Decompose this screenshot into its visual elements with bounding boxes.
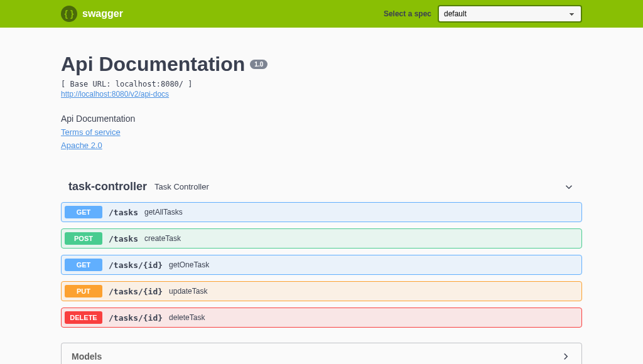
operation-delete-task[interactable]: DELETE /tasks/{id} deleteTask	[61, 308, 582, 328]
operation-put-task[interactable]: PUT /tasks/{id} updateTask	[61, 281, 582, 301]
method-badge: POST	[65, 232, 102, 245]
tag-section: task-controller Task Controller GET /tas…	[61, 175, 582, 328]
tag-header[interactable]: task-controller Task Controller	[61, 175, 582, 198]
license-link[interactable]: Apache 2.0	[61, 141, 102, 150]
operation-summary: getAllTasks	[144, 208, 183, 217]
tag-name: task-controller	[68, 180, 147, 193]
spec-select[interactable]: default	[438, 5, 582, 23]
operation-get-task-by-id[interactable]: GET /tasks/{id} getOneTask	[61, 255, 582, 275]
swagger-logo[interactable]: { } swagger	[61, 6, 123, 22]
terms-of-service-link[interactable]: Terms of service	[61, 127, 121, 137]
method-badge: DELETE	[65, 311, 102, 324]
models-header[interactable]: Models	[62, 343, 581, 364]
version-badge: 1.0	[250, 60, 267, 69]
spec-selector: Select a spec default	[384, 5, 582, 23]
operation-summary: deleteTask	[169, 313, 205, 322]
topbar: { } swagger Select a spec default	[0, 0, 643, 28]
models-section: Models	[61, 343, 582, 364]
operation-path: /tasks	[109, 208, 138, 217]
operations-list: GET /tasks getAllTasks POST /tasks creat…	[61, 202, 582, 328]
api-title: Api Documentation 1.0	[61, 53, 582, 76]
api-info: Api Documentation 1.0 [ Base URL: localh…	[61, 53, 582, 150]
method-badge: GET	[65, 259, 102, 271]
operation-path: /tasks/{id}	[109, 313, 163, 323]
method-badge: GET	[65, 206, 102, 218]
operation-summary: createTask	[144, 234, 181, 243]
tag-description: Task Controller	[154, 182, 563, 191]
swagger-logo-icon: { }	[61, 6, 77, 22]
operation-get-tasks[interactable]: GET /tasks getAllTasks	[61, 202, 582, 222]
spec-selector-label: Select a spec	[384, 9, 431, 18]
operation-path: /tasks/{id}	[109, 260, 163, 270]
operation-summary: getOneTask	[169, 260, 209, 269]
swagger-logo-text: swagger	[82, 8, 123, 19]
operation-path: /tasks/{id}	[109, 287, 163, 296]
api-description: Api Documentation	[61, 114, 582, 124]
api-docs-link[interactable]: http://localhost:8080/v2/api-docs	[61, 90, 169, 99]
chevron-right-icon	[560, 351, 571, 362]
operation-post-tasks[interactable]: POST /tasks createTask	[61, 228, 582, 249]
models-title: Models	[72, 351, 102, 361]
method-badge: PUT	[65, 285, 102, 297]
chevron-down-icon	[563, 181, 575, 193]
operation-summary: updateTask	[169, 287, 207, 296]
operation-path: /tasks	[109, 234, 138, 244]
base-url: [ Base URL: localhost:8080/ ]	[61, 80, 582, 88]
